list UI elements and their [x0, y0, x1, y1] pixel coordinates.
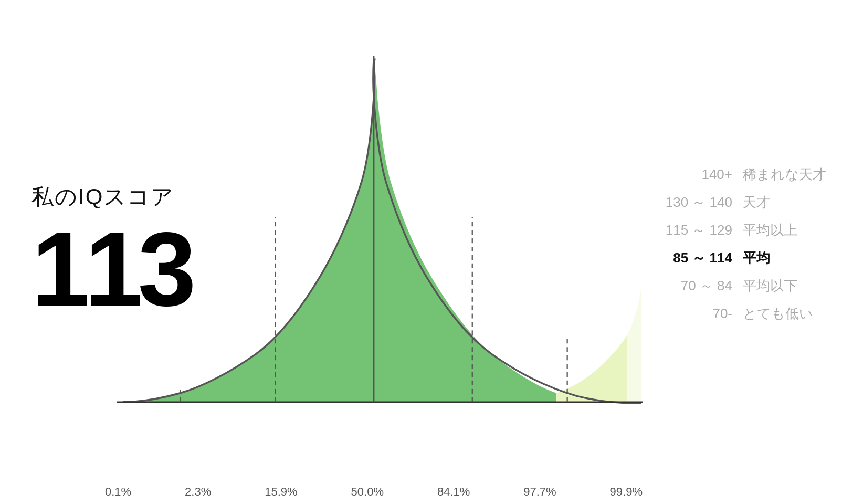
legend-row-1: 130 ～ 140 天才	[664, 193, 826, 212]
iq-label-2: 平均以上	[743, 221, 797, 239]
iq-label-0: 稀まれな天才	[743, 165, 826, 184]
legend-row-4: 70 ～ 84 平均以下	[664, 277, 826, 295]
iq-range-3: 85 ～ 114	[664, 249, 732, 267]
iq-label-5: とても低い	[743, 304, 813, 323]
iq-label-1: 天才	[743, 193, 770, 212]
legend-row-3: 85 ～ 114 平均	[664, 249, 826, 267]
legend-row-0: 140+ 稀まれな天才	[664, 165, 826, 184]
iq-label-3: 平均	[743, 249, 770, 267]
iq-range-2: 115 ～ 129	[664, 221, 732, 239]
x-label-2: 15.9%	[265, 485, 297, 499]
light-area	[627, 287, 641, 402]
x-label-0: 0.1%	[105, 485, 131, 499]
green-area	[123, 59, 556, 402]
page-container: 私のIQスコア 113	[0, 0, 842, 504]
iq-range-4: 70 ～ 84	[664, 277, 732, 295]
right-panel: 140+ 稀まれな天才 130 ～ 140 天才 115 ～ 129 平均以上 …	[664, 165, 826, 323]
x-labels: 0.1% 2.3% 15.9% 50.0% 84.1% 97.7% 99.9%	[105, 485, 643, 499]
x-label-1: 2.3%	[185, 485, 211, 499]
iq-range-5: 70-	[664, 306, 732, 322]
x-label-5: 97.7%	[523, 485, 556, 499]
legend-row-2: 115 ～ 129 平均以上	[664, 221, 826, 239]
iq-label-4: 平均以下	[743, 277, 797, 295]
legend-row-5: 70- とても低い	[664, 304, 826, 323]
x-label-6: 99.9%	[610, 485, 643, 499]
iq-range-1: 130 ～ 140	[664, 193, 732, 212]
chart-area	[105, 32, 643, 462]
x-label-4: 84.1%	[437, 485, 470, 499]
x-label-3: 50.0%	[351, 485, 384, 499]
iq-range-0: 140+	[664, 166, 732, 183]
